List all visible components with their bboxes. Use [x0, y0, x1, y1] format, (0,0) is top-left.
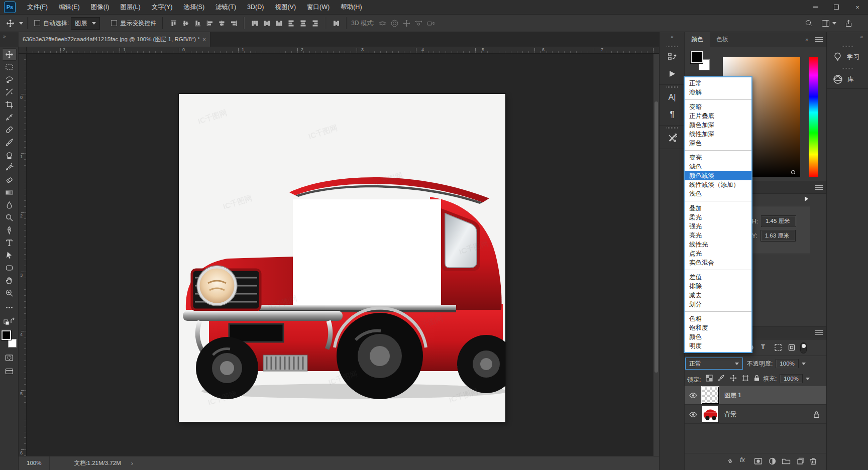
- blend-mode-option[interactable]: 正常: [685, 79, 751, 88]
- blend-mode-option[interactable]: 线性减淡（添加）: [685, 180, 751, 189]
- distribute-bottom-icon[interactable]: [273, 17, 285, 29]
- character-panel-icon[interactable]: A|: [660, 89, 685, 106]
- show-transform-checkbox[interactable]: [111, 20, 117, 26]
- fill-caret-icon[interactable]: [806, 378, 810, 380]
- tool-spot-healing-brush[interactable]: [2, 124, 17, 136]
- visibility-eye-icon[interactable]: [689, 412, 697, 417]
- menu-type[interactable]: 文字(Y): [146, 0, 178, 15]
- distribute-hcenter-icon[interactable]: [297, 17, 309, 29]
- blend-mode-option[interactable]: 变亮: [685, 153, 751, 162]
- lock-pixels-icon[interactable]: [718, 375, 725, 382]
- blend-mode-option[interactable]: 深色: [685, 139, 751, 148]
- layer-thumbnail[interactable]: [702, 406, 719, 423]
- blend-mode-option[interactable]: 亮光: [685, 231, 751, 240]
- blend-mode-option[interactable]: 叠加: [685, 204, 751, 213]
- status-expand-icon[interactable]: ›: [131, 459, 133, 467]
- quick-mask-icon[interactable]: [2, 351, 17, 364]
- blend-mode-option[interactable]: 柔光: [685, 213, 751, 222]
- properties-panel-menu-icon[interactable]: [815, 185, 823, 190]
- blend-mode-option[interactable]: 颜色加深: [685, 121, 751, 130]
- lock-position-icon[interactable]: [730, 375, 737, 382]
- add-mask-icon[interactable]: [754, 457, 763, 465]
- tool-move[interactable]: [2, 48, 17, 61]
- tool-brush[interactable]: [2, 136, 17, 149]
- fill-field[interactable]: 100%: [780, 374, 802, 383]
- 3d-camera-icon[interactable]: [424, 17, 437, 29]
- search-icon[interactable]: [805, 19, 813, 28]
- tool-zoom[interactable]: [2, 287, 17, 299]
- distribute-right-icon[interactable]: [309, 17, 321, 29]
- lock-artboard-icon[interactable]: [742, 375, 749, 382]
- 3d-slide-icon[interactable]: [412, 17, 424, 29]
- y-position-field[interactable]: 1.63 厘米: [761, 230, 796, 242]
- tab-close-icon[interactable]: ×: [202, 36, 206, 43]
- blend-mode-option-selected[interactable]: 颜色减淡: [685, 171, 751, 180]
- blend-mode-option[interactable]: 浅色: [685, 189, 751, 198]
- close-button[interactable]: ×: [847, 0, 868, 15]
- ruler-origin[interactable]: [19, 47, 27, 54]
- auto-select-target-select[interactable]: 图层: [71, 17, 100, 30]
- scrollbar-thumb[interactable]: [655, 101, 658, 373]
- tool-path-selection[interactable]: [2, 249, 17, 262]
- edit-toolbar-ellipsis-icon[interactable]: [2, 301, 17, 314]
- blend-mode-option[interactable]: 溶解: [685, 88, 751, 97]
- background-color-swatch[interactable]: [8, 339, 17, 347]
- tool-shape[interactable]: [2, 262, 17, 274]
- tool-gradient[interactable]: [2, 186, 17, 199]
- tool-hand[interactable]: [2, 274, 17, 287]
- zoom-level[interactable]: 100%: [19, 456, 50, 470]
- new-layer-icon[interactable]: [796, 457, 804, 465]
- menu-window[interactable]: 窗口(W): [301, 0, 335, 15]
- blend-mode-option[interactable]: 实色混合: [685, 258, 751, 267]
- filter-type-icon[interactable]: T: [761, 343, 765, 350]
- height-field[interactable]: 1.45 厘米: [761, 215, 796, 227]
- tool-eyedropper[interactable]: [2, 111, 17, 124]
- filter-shape-icon[interactable]: [774, 343, 782, 351]
- tool-preset-caret-icon[interactable]: [19, 22, 23, 25]
- minimize-button[interactable]: [805, 0, 826, 15]
- dock-collapse-icon[interactable]: «: [660, 32, 684, 44]
- canvas[interactable]: IC千图网 IC千图网 IC千图网 IC千图网 IC千图网 IC千图网 IC千图…: [179, 94, 505, 422]
- blend-mode-option[interactable]: 减去: [685, 291, 751, 300]
- blend-mode-option[interactable]: 滤色: [685, 162, 751, 171]
- lock-all-icon[interactable]: [753, 375, 760, 382]
- learn-panel-item[interactable]: 学习: [827, 48, 868, 66]
- dock-collapse-icon[interactable]: «: [827, 32, 868, 44]
- menu-view[interactable]: 视图(V): [269, 0, 301, 15]
- tool-eraser[interactable]: [2, 174, 17, 186]
- default-swap-colors-icon[interactable]: [2, 315, 17, 327]
- link-layers-icon[interactable]: [726, 457, 734, 465]
- color-cursor[interactable]: [791, 170, 795, 174]
- history-panel-icon[interactable]: [660, 48, 685, 65]
- menu-3d[interactable]: 3D(D): [242, 0, 269, 15]
- blend-mode-option[interactable]: 线性加深: [685, 130, 751, 139]
- hue-slider-marker[interactable]: [805, 196, 808, 201]
- foreground-color-swatch[interactable]: [2, 330, 11, 340]
- tool-history-brush[interactable]: [2, 161, 17, 174]
- tool-magic-wand[interactable]: [2, 86, 17, 98]
- layer-name[interactable]: 背景: [724, 410, 736, 419]
- maximize-button[interactable]: [826, 0, 847, 15]
- tool-type[interactable]: [2, 237, 17, 249]
- blend-mode-option[interactable]: 点光: [685, 249, 751, 258]
- tab-swatches[interactable]: 色板: [710, 32, 735, 47]
- tool-dodge[interactable]: [2, 211, 17, 224]
- menu-image[interactable]: 图像(I): [85, 0, 115, 15]
- menu-filter[interactable]: 滤镜(T): [210, 0, 242, 15]
- tool-clone-stamp[interactable]: [2, 149, 17, 161]
- color-panel-menu-icon[interactable]: [815, 37, 823, 42]
- document-tab[interactable]: 636b3e32ffe8eeb72caad4af41215fac.jpg @ 1…: [19, 32, 210, 47]
- tool-crop[interactable]: [2, 98, 17, 111]
- visibility-eye-icon[interactable]: [689, 393, 697, 398]
- lock-transparent-icon[interactable]: [706, 375, 713, 382]
- layer-style-fx-icon[interactable]: fx: [740, 456, 745, 463]
- 3d-pan-icon[interactable]: [400, 17, 412, 29]
- hue-slider[interactable]: [809, 57, 818, 177]
- paragraph-panel-icon[interactable]: ¶: [660, 106, 685, 123]
- layers-panel-menu-icon[interactable]: [815, 330, 823, 335]
- align-bottom-icon[interactable]: [191, 17, 203, 29]
- blend-mode-option[interactable]: 颜色: [685, 332, 751, 341]
- adjustment-layer-icon[interactable]: [768, 457, 777, 465]
- align-left-icon[interactable]: [203, 17, 215, 29]
- menu-layer[interactable]: 图层(L): [115, 0, 146, 15]
